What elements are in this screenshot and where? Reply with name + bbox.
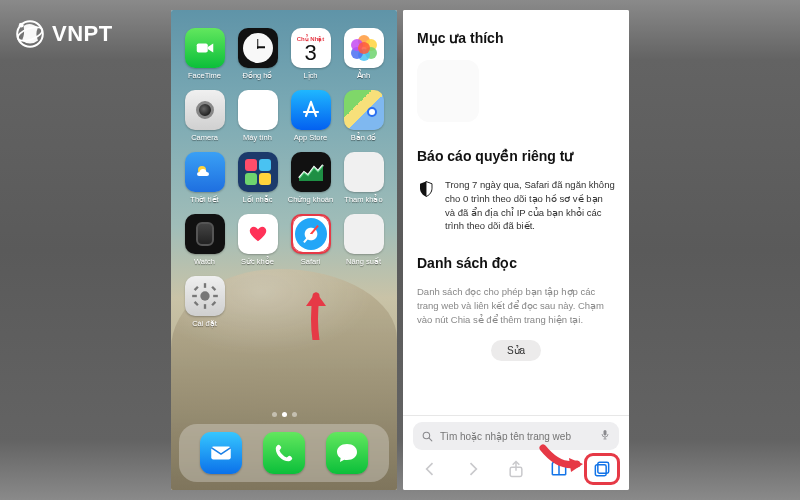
app-label: Lịch bbox=[303, 71, 317, 80]
app-messages[interactable] bbox=[326, 432, 368, 474]
mic-button[interactable] bbox=[599, 427, 611, 445]
app-shortcuts[interactable]: Lối nhắc bbox=[234, 152, 281, 204]
app-label: Cài đặt bbox=[192, 319, 217, 328]
stocks-icon bbox=[291, 152, 331, 192]
app-label: Lối nhắc bbox=[242, 195, 272, 204]
app-tips-folder[interactable]: Tham khảo bbox=[340, 152, 387, 204]
svg-rect-6 bbox=[203, 283, 205, 288]
svg-rect-13 bbox=[193, 301, 198, 306]
health-icon bbox=[238, 214, 278, 254]
svg-rect-10 bbox=[193, 286, 198, 291]
app-label: Năng suất bbox=[346, 257, 381, 266]
app-label: Chứng khoán bbox=[288, 195, 333, 204]
annotation-arrow-tabs bbox=[539, 440, 585, 478]
app-label: Đồng hồ bbox=[242, 71, 272, 80]
camera-icon bbox=[185, 90, 225, 130]
svg-point-15 bbox=[423, 432, 430, 439]
calendar-date: 3 bbox=[304, 42, 316, 64]
app-label: Safari bbox=[301, 257, 321, 266]
app-watch[interactable]: Watch bbox=[181, 214, 228, 266]
app-productivity-folder[interactable]: Năng suất bbox=[340, 214, 387, 266]
svg-rect-14 bbox=[211, 447, 231, 460]
gear-icon bbox=[185, 276, 225, 316]
app-label: FaceTime bbox=[188, 71, 221, 80]
app-label: Camera bbox=[191, 133, 218, 142]
svg-rect-8 bbox=[192, 295, 197, 297]
safari-footer bbox=[403, 415, 629, 490]
appstore-icon bbox=[291, 90, 331, 130]
forward-button[interactable] bbox=[460, 458, 486, 480]
svg-line-16 bbox=[429, 438, 432, 441]
svg-rect-11 bbox=[211, 301, 216, 306]
facetime-icon bbox=[185, 28, 225, 68]
edit-button[interactable]: Sửa bbox=[491, 340, 541, 361]
privacy-text: Trong 7 ngày qua, Safari đã ngăn không c… bbox=[445, 178, 615, 233]
svg-rect-20 bbox=[595, 465, 606, 476]
favorites-heading: Mục ưa thích bbox=[417, 30, 615, 46]
dock bbox=[179, 424, 389, 482]
svg-rect-9 bbox=[213, 295, 218, 297]
svg-point-2 bbox=[19, 23, 24, 28]
share-button[interactable] bbox=[503, 458, 529, 480]
privacy-report-row[interactable]: Trong 7 ngày qua, Safari đã ngăn không c… bbox=[417, 178, 615, 233]
favorite-placeholder[interactable] bbox=[417, 60, 479, 122]
app-label: App Store bbox=[294, 133, 327, 142]
app-facetime[interactable]: FaceTime bbox=[181, 28, 228, 80]
svg-rect-12 bbox=[211, 286, 216, 291]
vnpt-globe-icon bbox=[14, 18, 46, 50]
app-label: Bản đồ bbox=[351, 133, 376, 142]
app-maps[interactable]: Bản đồ bbox=[340, 90, 387, 142]
safari-icon bbox=[291, 214, 331, 254]
calculator-icon bbox=[238, 90, 278, 130]
app-health[interactable]: Sức khỏe bbox=[234, 214, 281, 266]
shortcuts-icon bbox=[238, 152, 278, 192]
maps-icon bbox=[344, 90, 384, 130]
privacy-heading: Báo cáo quyền riêng tư bbox=[417, 148, 615, 164]
search-icon bbox=[421, 430, 434, 443]
back-button[interactable] bbox=[417, 458, 443, 480]
annotation-arrow-safari bbox=[303, 290, 329, 344]
app-photos[interactable]: Ảnh bbox=[340, 28, 387, 80]
app-weather[interactable]: Thời tiết bbox=[181, 152, 228, 204]
app-stocks[interactable]: Chứng khoán bbox=[287, 152, 334, 204]
page-dot bbox=[272, 412, 277, 417]
safari-start-page: Mục ưa thích Báo cáo quyền riêng tư Tron… bbox=[403, 10, 629, 490]
svg-rect-19 bbox=[598, 462, 609, 473]
app-appstore[interactable]: App Store bbox=[287, 90, 334, 142]
vnpt-logo: VNPT bbox=[14, 18, 113, 50]
watch-icon bbox=[185, 214, 225, 254]
tabs-button[interactable] bbox=[589, 458, 615, 480]
photos-icon bbox=[344, 28, 384, 68]
app-clock[interactable]: Đồng hồ bbox=[234, 28, 281, 80]
svg-rect-3 bbox=[196, 43, 207, 52]
svg-point-5 bbox=[200, 291, 209, 300]
safari-toolbar bbox=[413, 458, 619, 480]
app-label: Sức khỏe bbox=[241, 257, 274, 266]
app-label: Máy tính bbox=[243, 133, 272, 142]
app-calculator[interactable]: Máy tính bbox=[234, 90, 281, 142]
folder-icon bbox=[344, 152, 384, 192]
folder-icon bbox=[344, 214, 384, 254]
page-dot-active bbox=[282, 412, 287, 417]
app-calendar[interactable]: Chủ Nhật 3 Lịch bbox=[287, 28, 334, 80]
app-camera[interactable]: Camera bbox=[181, 90, 228, 142]
weather-icon bbox=[185, 152, 225, 192]
iphone-home-screen: FaceTime Đồng hồ Chủ Nhật 3 Lịch bbox=[171, 10, 397, 490]
svg-rect-17 bbox=[604, 430, 607, 436]
svg-rect-7 bbox=[203, 304, 205, 309]
app-safari[interactable]: Safari bbox=[287, 214, 334, 266]
app-label: Thời tiết bbox=[190, 195, 218, 204]
home-app-grid: FaceTime Đồng hồ Chủ Nhật 3 Lịch bbox=[171, 28, 397, 328]
calendar-icon: Chủ Nhật 3 bbox=[291, 28, 331, 68]
app-label: Tham khảo bbox=[344, 195, 382, 204]
shield-icon bbox=[417, 180, 435, 198]
search-bar[interactable] bbox=[413, 422, 619, 450]
app-phone[interactable] bbox=[263, 432, 305, 474]
readinglist-heading: Danh sách đọc bbox=[417, 255, 615, 271]
app-settings[interactable]: Cài đặt bbox=[181, 276, 228, 328]
vnpt-text: VNPT bbox=[52, 21, 113, 47]
app-mail[interactable] bbox=[200, 432, 242, 474]
page-indicator[interactable] bbox=[171, 412, 397, 417]
readinglist-text: Danh sách đọc cho phép bạn tập hợp các t… bbox=[417, 285, 615, 326]
highlight-ring bbox=[291, 214, 331, 254]
